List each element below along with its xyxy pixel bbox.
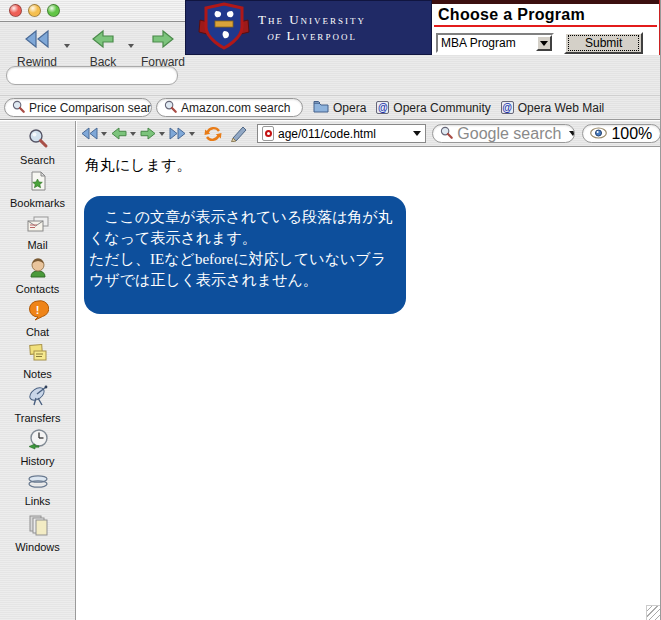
eye-icon <box>590 125 607 143</box>
opera-community-link[interactable]: @ Opera Community <box>376 101 490 115</box>
forward-dropdown-icon[interactable] <box>159 132 165 136</box>
rewind-dropdown-icon[interactable] <box>101 132 107 136</box>
university-name: The University of Liverpool <box>258 12 366 44</box>
folder-icon <box>313 100 329 116</box>
mail-icon <box>26 214 50 238</box>
google-search-placeholder: Google search <box>457 125 561 143</box>
price-comparison-search-input[interactable]: Price Comparison sear <box>4 98 152 117</box>
submit-label: Submit <box>568 35 639 51</box>
amazon-search-input[interactable]: Amazon.com search <box>156 98 303 117</box>
rounded-paragraph-line2: ただし、IEなどbeforeに対応していないブラウザでは正しく表示されません。 <box>89 249 401 291</box>
rewind-icon <box>22 28 52 54</box>
contacts-icon <box>27 256 49 282</box>
sidebar-label: Mail <box>27 239 47 251</box>
toolbar-input[interactable] <box>6 66 178 85</box>
search-toolbar: Price Comparison sear Amazon.com search … <box>0 95 661 120</box>
resize-grip[interactable] <box>646 605 661 620</box>
pencil-icon[interactable] <box>229 125 249 142</box>
search-icon <box>27 127 49 153</box>
address-value: age/011/code.html <box>278 127 376 141</box>
sidebar-label: Search <box>20 154 55 166</box>
opera-bookmark-link[interactable]: Opera <box>313 100 366 116</box>
university-of: of <box>267 28 281 43</box>
rewind-small-button[interactable] <box>80 126 99 141</box>
university-line1: The University <box>258 12 366 28</box>
sidebar-label: Notes <box>23 368 52 380</box>
university-line2-text: Liverpool <box>286 28 356 43</box>
sidebar-label: Bookmarks <box>10 197 65 209</box>
sidebar-item-history[interactable]: History <box>0 426 75 469</box>
fast-forward-button[interactable] <box>168 126 187 141</box>
back-dropdown-icon[interactable] <box>130 132 136 136</box>
opera-webmail-link[interactable]: @ Opera Web Mail <box>501 101 604 115</box>
opera-page-icon <box>262 126 274 141</box>
close-button[interactable] <box>9 4 22 17</box>
at-icon: @ <box>501 101 514 114</box>
zoom-control[interactable]: 100% <box>582 124 661 143</box>
at-icon: @ <box>376 101 389 114</box>
sidebar-item-bookmarks[interactable]: Bookmarks <box>0 168 75 211</box>
sidebar-item-notes[interactable]: Notes <box>0 340 75 383</box>
forward-button[interactable]: Forward <box>134 28 192 69</box>
sidebar-item-transfers[interactable]: Transfers <box>0 383 75 426</box>
red-rule <box>434 25 657 27</box>
sidebar-item-links[interactable]: Links <box>0 469 75 512</box>
links-icon <box>26 474 50 494</box>
back-icon <box>90 28 116 54</box>
page-heading: 角丸にします。 <box>85 156 191 175</box>
svg-text:!: ! <box>35 304 39 316</box>
history-icon <box>27 428 49 454</box>
search-icon <box>440 125 453 143</box>
rounded-paragraph: ここの文章が表示されている段落は角が丸くなって表示されます。 ただし、IEなどb… <box>84 196 406 314</box>
rewind-dropdown-icon[interactable] <box>64 44 70 48</box>
chat-icon: ! <box>27 299 49 325</box>
bookmarks-icon <box>27 170 49 196</box>
forward-icon <box>150 28 176 54</box>
fast-forward-dropdown-icon[interactable] <box>189 132 195 136</box>
rewind-button[interactable]: Rewind <box>8 28 66 69</box>
sidebar-panel: Search Bookmarks Mail Contacts ! Chat <box>0 121 76 620</box>
banner-form-panel: Choose a Program MBA Program Submit <box>432 0 661 55</box>
university-crest-icon <box>198 2 250 54</box>
sidebar-item-windows[interactable]: Windows <box>0 512 75 555</box>
address-dropdown-icon[interactable] <box>413 131 421 136</box>
sidebar-label: History <box>20 455 54 467</box>
submit-button[interactable]: Submit <box>564 32 643 54</box>
transfers-icon <box>26 385 50 411</box>
google-dropdown-icon[interactable] <box>569 131 575 136</box>
program-select-value: MBA Program <box>438 36 536 50</box>
google-search-input[interactable]: Google search <box>432 124 575 143</box>
opera-window: 角丸にする - Opera 7.50 Rewind Back Forward <box>0 0 661 620</box>
opera-webmail-label: Opera Web Mail <box>518 101 604 115</box>
notes-icon <box>27 343 49 367</box>
price-comparison-search-label: Price Comparison sear <box>29 101 151 115</box>
sidebar-label: Chat <box>26 326 49 338</box>
sidebar-label: Transfers <box>14 412 60 424</box>
amazon-search-label: Amazon.com search <box>181 101 290 115</box>
rounded-paragraph-line1: ここの文章が表示されている段落は角が丸くなって表示されます。 <box>89 207 401 249</box>
minimize-button[interactable] <box>28 4 41 17</box>
address-bar[interactable]: age/011/code.html <box>257 124 426 143</box>
opera-bookmark-label: Opera <box>333 101 366 115</box>
sidebar-item-mail[interactable]: Mail <box>0 211 75 254</box>
zoom-value: 100% <box>611 125 652 143</box>
opera-community-label: Opera Community <box>393 101 490 115</box>
back-button[interactable]: Back <box>74 28 132 69</box>
sidebar-label: Links <box>25 495 51 507</box>
windows-icon <box>27 514 49 540</box>
sidebar-label: Contacts <box>16 283 59 295</box>
program-select[interactable]: MBA Program <box>436 33 554 53</box>
sidebar-item-chat[interactable]: ! Chat <box>0 297 75 340</box>
back-small-button[interactable] <box>110 126 128 141</box>
choose-program-heading: Choose a Program <box>432 4 659 25</box>
university-line2: of Liverpool <box>258 28 366 44</box>
forward-small-button[interactable] <box>139 126 157 141</box>
sidebar-item-contacts[interactable]: Contacts <box>0 254 75 297</box>
zoom-button[interactable] <box>47 4 60 17</box>
reload-button[interactable] <box>203 125 223 143</box>
search-icon <box>164 100 177 116</box>
banner-form: MBA Program Submit <box>436 32 655 54</box>
university-banner-link[interactable]: The University of Liverpool <box>185 0 432 55</box>
program-select-dropdown-icon[interactable] <box>536 35 552 51</box>
sidebar-item-search[interactable]: Search <box>0 125 75 168</box>
